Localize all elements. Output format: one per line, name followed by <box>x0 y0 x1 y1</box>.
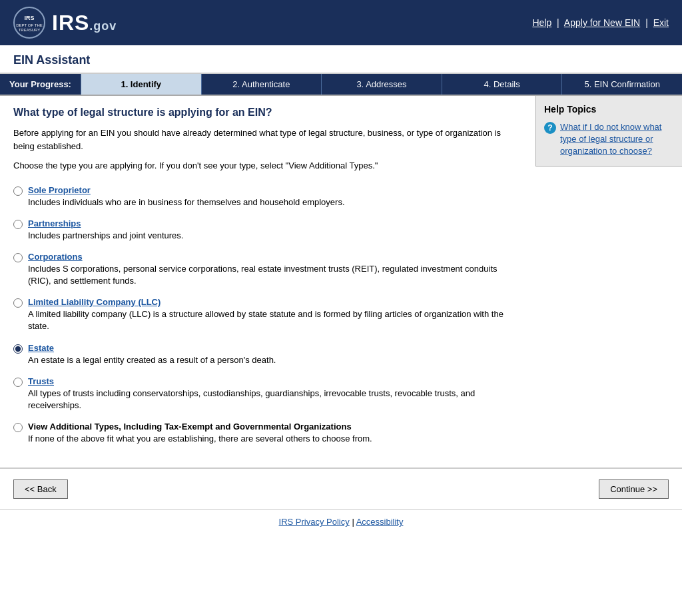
left-content: What type of legal structure is applying… <box>0 96 535 467</box>
option-trusts: Trusts All types of trusts including con… <box>13 376 522 412</box>
partnerships-label[interactable]: Partnerships <box>28 218 81 228</box>
accessibility-link[interactable]: Accessibility <box>356 517 404 527</box>
svg-text:DEPT OF THE: DEPT OF THE <box>16 23 42 27</box>
instruction-text: Choose the type you are applying for. If… <box>13 159 522 172</box>
option-estate-content: Estate An estate is a legal entity creat… <box>28 342 276 366</box>
radio-partnerships[interactable] <box>13 220 23 229</box>
trusts-label[interactable]: Trusts <box>28 376 54 386</box>
svg-text:IRS: IRS <box>24 15 34 21</box>
logo-area: IRS DEPT OF THE TREASURY IRS.gov <box>13 7 117 39</box>
intro-text: Before applying for an EIN you should ha… <box>13 127 522 153</box>
estate-desc: An estate is a legal entity created as a… <box>28 354 276 366</box>
option-additional-types: View Additional Types, Including Tax-Exe… <box>13 421 522 445</box>
option-llc: Limited Liability Company (LLC) A limite… <box>13 296 522 332</box>
sole-proprietor-label[interactable]: Sole Proprietor <box>28 185 91 195</box>
irs-gov-suffix: .gov <box>89 19 117 33</box>
option-llc-content: Limited Liability Company (LLC) A limite… <box>28 296 522 332</box>
separator-2: | <box>645 17 648 28</box>
help-topic-link[interactable]: What if I do not know what type of legal… <box>560 121 674 158</box>
apply-for-new-ein-link[interactable]: Apply for New EIN <box>564 17 640 28</box>
page-title-area: EIN Assistant <box>0 45 682 74</box>
additional-types-label[interactable]: View Additional Types, Including Tax-Exe… <box>28 422 352 432</box>
progress-step-4[interactable]: 4. Details <box>442 74 562 95</box>
option-partnerships-content: Partnerships Includes partnerships and j… <box>28 218 183 242</box>
option-corporations-content: Corporations Includes S corporations, pe… <box>28 251 522 287</box>
corporations-desc: Includes S corporations, personal servic… <box>28 263 522 287</box>
estate-label[interactable]: Estate <box>28 343 54 353</box>
header: IRS DEPT OF THE TREASURY IRS.gov Help | … <box>0 0 682 45</box>
main-content: What type of legal structure is applying… <box>0 96 682 467</box>
continue-button[interactable]: Continue >> <box>599 479 669 499</box>
sole-proprietor-desc: Includes individuals who are in business… <box>28 196 345 208</box>
radio-corporations[interactable] <box>13 253 23 262</box>
partnerships-desc: Includes partnerships and joint ventures… <box>28 230 183 242</box>
progress-step-3[interactable]: 3. Addresses <box>321 74 442 95</box>
bottom-navigation: << Back Continue >> <box>0 467 682 509</box>
footer: IRS Privacy Policy | Accessibility <box>0 509 682 533</box>
help-question-icon: ? <box>544 122 556 134</box>
option-trusts-content: Trusts All types of trusts including con… <box>28 376 522 412</box>
help-link-row: ? What if I do not know what type of leg… <box>544 121 674 158</box>
progress-label: Your Progress: <box>0 74 81 95</box>
irs-wordmark: IRS <box>52 11 89 35</box>
radio-llc[interactable] <box>13 298 23 308</box>
option-partnerships: Partnerships Includes partnerships and j… <box>13 218 522 242</box>
option-corporations: Corporations Includes S corporations, pe… <box>13 251 522 287</box>
svg-point-0 <box>14 7 45 38</box>
additional-types-desc: If none of the above fit what you are es… <box>28 433 372 445</box>
separator-1: | <box>557 17 559 28</box>
radio-sole-proprietor[interactable] <box>13 186 23 196</box>
right-sidebar: Help Topics ? What if I do not know what… <box>535 96 682 166</box>
progress-step-1[interactable]: 1. Identify <box>81 74 201 95</box>
radio-trusts[interactable] <box>13 378 23 387</box>
privacy-policy-link[interactable]: IRS Privacy Policy <box>279 517 350 527</box>
header-navigation: Help | Apply for New EIN | Exit <box>532 17 669 28</box>
option-additional-types-content: View Additional Types, Including Tax-Exe… <box>28 421 372 445</box>
corporations-label[interactable]: Corporations <box>28 252 83 262</box>
exit-link[interactable]: Exit <box>653 17 669 28</box>
llc-desc: A limited liability company (LLC) is a s… <box>28 308 522 332</box>
radio-estate[interactable] <box>13 344 23 354</box>
trusts-desc: All types of trusts including conservato… <box>28 388 522 412</box>
irs-logo-icon: IRS DEPT OF THE TREASURY <box>13 7 45 39</box>
help-link[interactable]: Help <box>532 17 551 28</box>
progress-bar: Your Progress: 1. Identify 2. Authentica… <box>0 74 682 96</box>
llc-label[interactable]: Limited Liability Company (LLC) <box>28 297 161 307</box>
help-topics-title: Help Topics <box>544 104 674 115</box>
progress-step-2[interactable]: 2. Authenticate <box>201 74 322 95</box>
progress-step-5[interactable]: 5. EIN Confirmation <box>561 74 682 95</box>
back-button[interactable]: << Back <box>13 479 68 499</box>
svg-text:TREASURY: TREASURY <box>19 28 41 32</box>
option-estate: Estate An estate is a legal entity creat… <box>13 342 522 366</box>
option-sole-proprietor-content: Sole Proprietor Includes individuals who… <box>28 184 345 208</box>
option-sole-proprietor: Sole Proprietor Includes individuals who… <box>13 184 522 208</box>
question-title: What type of legal structure is applying… <box>13 107 522 119</box>
radio-additional-types[interactable] <box>13 423 23 432</box>
irs-logo-text: IRS.gov <box>52 11 117 35</box>
page-title: EIN Assistant <box>13 53 669 67</box>
